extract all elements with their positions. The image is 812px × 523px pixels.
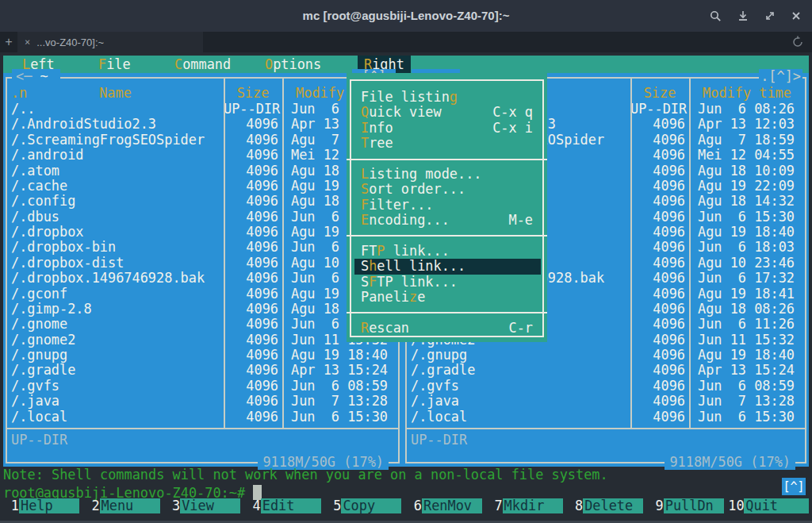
menu-item-file-listing[interactable]: File listing	[351, 90, 542, 105]
file-size: 4096	[630, 148, 689, 163]
fkey-label-edit[interactable]: Edit	[261, 498, 321, 513]
file-row[interactable]: /.local4096Jun 6 15:30	[407, 410, 805, 425]
right-panel-corner-buttons[interactable]: .[^]>	[759, 69, 802, 84]
fkey-label-help[interactable]: Help	[19, 498, 79, 513]
column-header-mtime[interactable]: Modify time	[689, 86, 805, 102]
menu-item-quick-view[interactable]: Quick viewC-x q	[351, 105, 542, 120]
menu-item-shortcut: C-x q	[492, 105, 533, 120]
fkey-label-mkdir[interactable]: Mkdir	[503, 498, 563, 513]
history-icon[interactable]	[791, 36, 804, 52]
new-tab-button[interactable]: +	[0, 32, 17, 52]
fkey-label-menu[interactable]: Menu	[100, 498, 160, 513]
menu-item-label: Encoding...	[361, 213, 450, 228]
left-panel-ministatus: UP--DIR	[11, 433, 67, 448]
menubar-item-command[interactable]: Command	[168, 56, 237, 73]
file-size: UP--DIR	[630, 102, 689, 117]
file-name: /.AndroidStudio2.3	[7, 117, 224, 132]
right-panel-free-space: 9118M/50G (17%)	[665, 455, 795, 470]
file-mtime: Jun 7 13:28	[282, 394, 398, 409]
fkey-label-pulldn[interactable]: PullDn	[664, 498, 724, 513]
file-row[interactable]: /.dropbox.1496746928.bak4096Jun 6 17:32	[7, 271, 398, 286]
tab-close-icon[interactable]: ×	[25, 37, 30, 48]
fkey-label-copy[interactable]: Copy	[341, 498, 401, 513]
menu-item-panelize[interactable]: Panelize	[351, 290, 542, 305]
fkey-number: 9	[648, 498, 664, 513]
column-divider	[630, 79, 632, 428]
file-row[interactable]: /.gimp-2.84096Agu 18 08:26	[7, 302, 398, 317]
file-size: 4096	[224, 148, 282, 163]
scroll-indicator-badge[interactable]: [^]	[782, 478, 806, 495]
file-row[interactable]: /.android4096Mei 12 04:55	[7, 148, 398, 163]
menubar-item-options[interactable]: Options	[259, 56, 327, 73]
file-size: 4096	[224, 394, 282, 409]
file-row[interactable]: /.dbus4096Jun 6 15:30	[7, 210, 398, 225]
file-row[interactable]: /.java4096Jun 7 13:28	[7, 394, 398, 409]
file-size: 4096	[630, 302, 689, 317]
file-name: /.gnome2	[7, 333, 224, 348]
file-row[interactable]: /.gvfs4096Jun 6 08:59	[407, 379, 805, 394]
file-size: 4096	[224, 333, 282, 348]
file-row[interactable]: /.cache4096Agu 19 22:09	[7, 179, 398, 194]
fkey-label-delete[interactable]: Delete	[583, 498, 643, 513]
fkey-label-renmov[interactable]: RenMov	[422, 498, 482, 513]
menu-item-info[interactable]: InfoC-x i	[351, 121, 542, 136]
file-row[interactable]: /.gradle4096Apr 13 15:24	[7, 363, 398, 378]
file-name: /.dbus	[7, 210, 224, 225]
file-row[interactable]: /.ScreamingFrogSEOSpider4096Agu 7 18:59	[7, 133, 398, 148]
download-icon[interactable]	[737, 10, 749, 21]
file-row[interactable]: /.gnome4096Jun 6 11:26	[7, 317, 398, 332]
file-row[interactable]: /.dropbox-dist4096Agu 10 23:46	[7, 256, 398, 271]
menu-item-sort-order[interactable]: Sort order...	[351, 182, 542, 197]
menu-item-rescan[interactable]: RescanC-r	[351, 321, 542, 336]
file-row[interactable]: /.gnome24096Jun 11 15:32	[7, 333, 398, 348]
menu-item-listing-mode[interactable]: Listing mode...	[351, 167, 542, 182]
terminal-tab[interactable]: × ...vo-Z40-70]:~	[17, 32, 203, 52]
file-row[interactable]: /.gradle4096Apr 13 15:24	[407, 363, 805, 378]
file-row[interactable]: /.local4096Jun 6 15:30	[7, 410, 398, 425]
file-size: 4096	[224, 210, 282, 225]
menu-item-shell-link[interactable]: Shell link...	[354, 259, 541, 274]
menu-item-label: Tree	[361, 136, 393, 151]
left-panel-path[interactable]: <─ ~	[12, 69, 60, 84]
file-row[interactable]: /.gnupg4096Agu 19 18:40	[7, 348, 398, 363]
menu-item-encoding[interactable]: Encoding...M-e	[351, 213, 542, 228]
file-row[interactable]: /.config4096Agu 18 14:32	[7, 194, 398, 209]
file-size: 4096	[224, 410, 282, 425]
history-arrows[interactable]: <─	[16, 68, 32, 84]
file-row[interactable]: /.gconf4096Agu 19 18:41	[7, 286, 398, 302]
close-icon[interactable]	[791, 11, 801, 21]
maximize-icon[interactable]	[764, 10, 776, 21]
column-header-name[interactable]: .nName	[7, 86, 224, 102]
file-row[interactable]: /.gvfs4096Jun 6 08:59	[7, 379, 398, 394]
window-titlebar[interactable]: mc [root@agusbiji-Lenovo-Z40-70]:~	[0, 0, 812, 32]
menubar-item-file[interactable]: File	[92, 56, 137, 73]
file-size: 4096	[224, 348, 282, 363]
file-size: 4096	[224, 302, 282, 317]
file-row[interactable]: /.java4096Jun 7 13:28	[407, 394, 805, 409]
file-row[interactable]: /..UP--DIRJun 6 08:26	[7, 102, 398, 117]
file-name: /.gimp-2.8	[7, 302, 224, 317]
fkey-number: 5	[325, 498, 341, 513]
column-header-size[interactable]: Size	[630, 86, 689, 102]
terminal-body[interactable]: LeftFileCommandOptionsRight <─ ~ .[^]> .…	[0, 52, 812, 521]
file-row[interactable]: /.dropbox4096Agu 19 18:40	[7, 225, 398, 240]
file-mtime: Jun 6 15:30	[689, 410, 805, 425]
file-row[interactable]: /.gnupg4096Agu 19 18:40	[407, 348, 805, 363]
menu-item-ftp-link[interactable]: FTP link...	[351, 244, 542, 259]
fkey-label-quit[interactable]: Quit	[744, 498, 809, 513]
menu-item-tree[interactable]: Tree	[351, 136, 542, 151]
file-row[interactable]: /.atom4096Agu 18 10:09	[7, 163, 398, 179]
file-size: 4096	[630, 363, 689, 378]
search-icon[interactable]	[710, 10, 722, 22]
file-row[interactable]: /.dropbox-bin4096Jun 6 18:03	[7, 240, 398, 255]
menu-item-sftp-link[interactable]: SFTP link...	[351, 275, 542, 290]
file-name: /.gvfs	[7, 379, 224, 394]
menu-item-filter[interactable]: Filter...	[351, 198, 542, 213]
menu-item-label: Filter...	[361, 198, 434, 213]
file-row[interactable]: /.AndroidStudio2.34096Apr 13 12:03	[7, 117, 398, 132]
fkey-3: 3View	[164, 498, 245, 513]
column-divider	[689, 79, 691, 428]
column-header-size[interactable]: Size	[224, 86, 282, 102]
fkey-label-view[interactable]: View	[180, 498, 240, 513]
file-size: 4096	[224, 286, 282, 302]
